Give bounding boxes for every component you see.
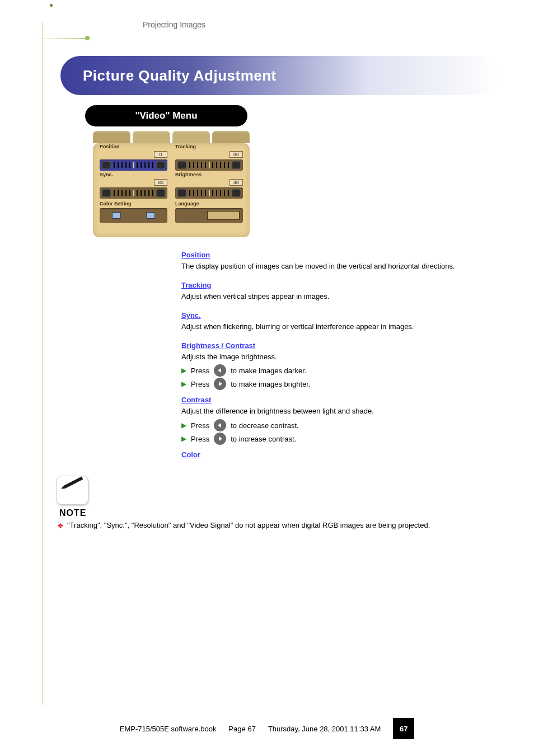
fine-icon xyxy=(102,189,111,197)
osd-panel: Position 0 Tracking 80 xyxy=(93,131,250,237)
list-item: ▶ Press to make images brighter. xyxy=(181,378,500,390)
body-sync: Adjust when flickering, blurring or vert… xyxy=(181,322,500,332)
bullet-icon: ▶ xyxy=(181,435,186,443)
svg-marker-0 xyxy=(218,368,221,373)
coarse-icon xyxy=(156,189,165,197)
monitor-cool-icon xyxy=(112,212,121,219)
osd-slider-tracking: Tracking 80 xyxy=(175,152,243,175)
osd-slider-brightness: Brightness 40 xyxy=(175,180,243,203)
note-bullet-icon: ❖ xyxy=(57,522,64,530)
bullet-icon: ▶ xyxy=(181,380,186,388)
heading-brightness-contrast: Brightness / Contrast xyxy=(181,341,500,350)
heading-contrast-sub: Contrast xyxy=(181,396,500,404)
list-item: ▶ Press to make images darker. xyxy=(181,364,500,377)
heading-tracking: Tracking xyxy=(181,281,500,289)
osd-slider-value: 0 xyxy=(154,151,167,158)
osd-slider-value: 80 xyxy=(229,151,243,158)
heading-color: Color xyxy=(181,450,500,459)
section-heading-video-menu: "Video" Menu xyxy=(85,105,247,126)
bright-icon xyxy=(232,189,241,197)
osd-slider-value: 80 xyxy=(154,179,167,186)
svg-marker-3 xyxy=(219,436,222,441)
note-text: "Tracking", "Sync.", "Resolution" and "V… xyxy=(67,520,500,531)
osd-tab xyxy=(212,131,250,143)
osd-body: Position 0 Tracking 80 xyxy=(93,143,250,237)
bullet-icon: ▶ xyxy=(181,367,186,374)
language-value-box xyxy=(207,211,240,220)
breadcrumb: Projecting Images xyxy=(143,20,205,29)
zoom-out-icon xyxy=(102,161,111,169)
pencil-icon xyxy=(59,470,85,497)
main-content: Picture Quality Adjustment "Video" Menu … xyxy=(60,56,500,461)
note-icon-frame xyxy=(56,476,88,505)
body-tracking: Adjust when vertical stripes appear in i… xyxy=(181,292,500,302)
page-title: Picture Quality Adjustment xyxy=(60,56,500,95)
osd-color-setting xyxy=(100,208,167,223)
shrink-icon xyxy=(177,161,186,169)
dark-icon xyxy=(177,189,186,197)
expand-icon xyxy=(232,161,241,169)
list-item: ▶ Press to decrease contrast. xyxy=(181,419,500,431)
header-rule xyxy=(34,38,87,39)
heading-position: Position xyxy=(181,251,500,259)
osd-language xyxy=(175,208,243,223)
osd-slider-sync: Sync. 80 xyxy=(100,180,167,203)
osd-slider-bar xyxy=(175,187,243,199)
header-rule-point xyxy=(85,36,90,40)
osd-slider-bar xyxy=(100,187,167,199)
body-position: The display position of images can be mo… xyxy=(181,261,500,272)
svg-marker-2 xyxy=(218,423,221,428)
heading-sync: Sync. xyxy=(181,311,500,320)
monitor-warm-icon xyxy=(146,212,155,219)
left-arrow-icon xyxy=(214,364,226,377)
osd-slider-value: 40 xyxy=(229,179,243,186)
note-label: NOTE xyxy=(59,508,86,518)
osd-tabs xyxy=(93,131,250,143)
right-arrow-icon xyxy=(214,433,226,445)
left-arrow-icon xyxy=(214,419,226,431)
footer-date: Thursday, June 28, 2001 11:33 AM xyxy=(268,725,381,733)
right-arrow-icon xyxy=(214,378,226,390)
svg-marker-1 xyxy=(219,382,222,386)
footer-source: EMP-715/505E software.book xyxy=(120,725,217,733)
zoom-in-icon xyxy=(156,161,165,169)
page-number: 67 xyxy=(393,718,414,739)
footer: EMP-715/505E software.book Page 67 Thurs… xyxy=(0,718,534,739)
list-item: ▶ Press to increase contrast. xyxy=(181,433,500,445)
footer-page-label: Page 67 xyxy=(228,725,255,733)
osd-slider-bar xyxy=(175,159,243,171)
bullet-icon: ▶ xyxy=(181,421,186,429)
page-margin-rule xyxy=(43,22,43,705)
corner-dot xyxy=(50,4,53,7)
brightness-list: ▶ Press to make images darker. ▶ Press t… xyxy=(181,364,500,390)
osd-tab xyxy=(93,131,130,143)
contrast-list: ▶ Press to decrease contrast. ▶ Press to… xyxy=(181,419,500,445)
body-brightness: Adjusts the image brightness. xyxy=(181,352,500,363)
osd-slider-bar xyxy=(100,159,167,171)
osd-tab xyxy=(172,131,210,143)
osd-tab xyxy=(133,131,170,143)
osd-slider-position: Position 0 xyxy=(100,152,167,175)
svg-marker-4 xyxy=(63,472,84,494)
body-contrast: Adjust the difference in brightness betw… xyxy=(181,406,500,417)
